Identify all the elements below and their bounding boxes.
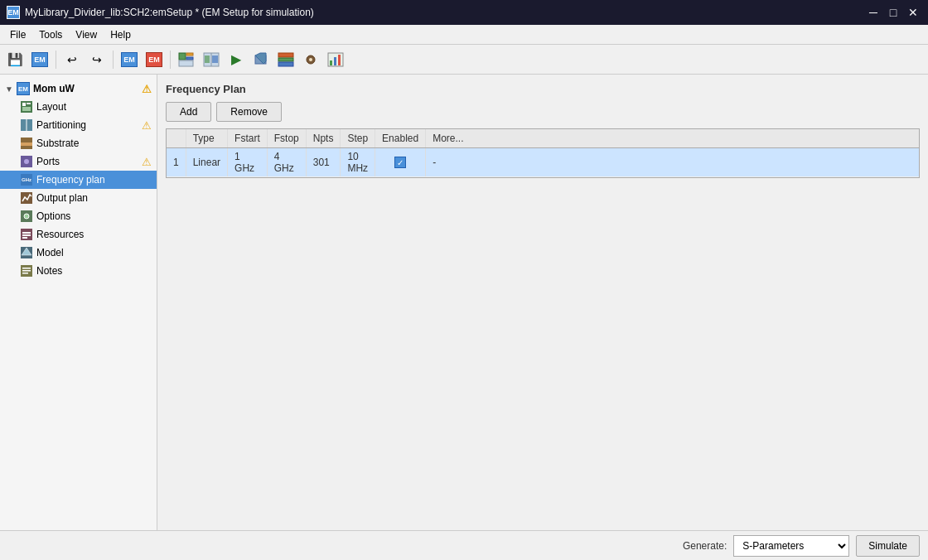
layout-label: Layout: [36, 101, 66, 113]
generate-select[interactable]: S-Parameters Y-Parameters Z-Parameters: [733, 535, 849, 557]
layer-icon: [278, 52, 294, 67]
sidebar-item-frequency-plan[interactable]: GHz Frequency plan: [0, 171, 157, 189]
em-setup-button[interactable]: EM: [118, 48, 141, 71]
sidebar-item-model[interactable]: Model: [0, 244, 157, 262]
sidebar-item-partitioning[interactable]: Partitioning ⚠: [0, 116, 157, 134]
sidebar-item-options[interactable]: Options: [0, 207, 157, 225]
layout-icon: [178, 52, 195, 67]
add-button[interactable]: Add: [166, 102, 211, 122]
svg-rect-2: [186, 57, 193, 60]
svg-point-14: [309, 58, 312, 61]
partitioning-warning-icon: ⚠: [142, 119, 152, 132]
run-icon: ▶: [231, 51, 241, 67]
row-fstart[interactable]: 1 GHz: [228, 148, 268, 177]
sidebar-item-output-plan[interactable]: Output plan: [0, 189, 157, 207]
frequency-plan-sidebar-icon: GHz: [20, 173, 33, 186]
3d-view-icon: [253, 52, 269, 67]
svg-rect-41: [22, 273, 28, 274]
layout-button[interactable]: [175, 48, 198, 71]
em-sim-icon: EM: [146, 52, 162, 67]
model-sidebar-icon: [20, 246, 33, 259]
bottom-bar: Generate: S-Parameters Y-Parameters Z-Pa…: [0, 530, 928, 560]
redo-button[interactable]: ↪: [85, 48, 109, 71]
col-header-fstop[interactable]: Fstop: [267, 129, 306, 148]
options-sidebar-icon: [20, 210, 33, 223]
col-header-enabled[interactable]: Enabled: [375, 129, 426, 148]
substrate-sidebar-icon: [20, 137, 33, 150]
svg-rect-16: [330, 60, 332, 65]
row-npts[interactable]: 301: [306, 148, 341, 177]
sidebar-item-resources[interactable]: Resources: [0, 225, 157, 244]
table-row[interactable]: 1 Linear 1 GHz 4 GHz 301 10 MHz ✓ -: [167, 148, 919, 177]
frequency-plan-table-container: Type Fstart Fstop Npts Step Enabled More…: [166, 128, 920, 178]
run-button[interactable]: ▶: [225, 48, 248, 71]
window-controls: ─ □ ✕: [865, 4, 921, 21]
undo-button[interactable]: ↩: [60, 48, 84, 71]
sidebar-group-header[interactable]: ▼ EM Mom uW ⚠: [0, 80, 157, 98]
model-label: Model: [36, 247, 64, 258]
em-blue-icon: EM: [31, 52, 48, 67]
partition-button[interactable]: [200, 48, 223, 71]
group-warning-icon: ⚠: [142, 83, 152, 95]
save-button[interactable]: 💾: [3, 48, 27, 71]
app-icon: EM: [7, 6, 20, 19]
sidebar-item-substrate[interactable]: Substrate: [0, 134, 157, 152]
svg-rect-7: [212, 56, 218, 63]
svg-rect-0: [179, 53, 186, 60]
layout-sidebar-icon: [20, 100, 33, 113]
partition-icon: [203, 52, 220, 67]
svg-rect-10: [278, 53, 293, 57]
svg-rect-20: [22, 103, 26, 106]
col-header-num: [167, 129, 186, 148]
section-title: Frequency Plan: [166, 83, 920, 95]
sidebar-group-label: Mom uW: [33, 83, 75, 94]
notes-sidebar-icon: [20, 264, 33, 278]
col-header-npts[interactable]: Npts: [306, 129, 341, 148]
undo-icon: ↩: [67, 53, 77, 66]
ports-label: Ports: [36, 156, 60, 167]
menu-tools[interactable]: Tools: [32, 27, 69, 42]
svg-rect-34: [22, 234, 31, 236]
sidebar-item-ports[interactable]: Ports ⚠: [0, 152, 157, 171]
row-fstop[interactable]: 4 GHz: [267, 148, 306, 177]
toolbar-sep-3: [170, 51, 171, 69]
menu-file[interactable]: File: [3, 27, 32, 42]
em-icon-button[interactable]: EM: [28, 48, 51, 71]
output-plan-label: Output plan: [36, 192, 88, 204]
svg-rect-21: [27, 103, 31, 104]
toolbar: 💾 EM ↩ ↪ EM EM ▶: [0, 45, 928, 75]
row-enabled[interactable]: ✓: [375, 148, 426, 177]
ports-sidebar-icon: [20, 155, 33, 168]
row-more: -: [426, 148, 919, 177]
chart-button[interactable]: [324, 48, 347, 71]
col-header-type[interactable]: Type: [186, 129, 227, 148]
svg-rect-12: [278, 62, 293, 66]
row-step[interactable]: 10 MHz: [341, 148, 375, 177]
svg-rect-17: [334, 57, 336, 65]
remove-button[interactable]: Remove: [216, 102, 282, 122]
sidebar-item-notes[interactable]: Notes: [0, 262, 157, 280]
simulate-button[interactable]: Simulate: [856, 535, 920, 557]
title-bar: EM MyLibrary_Divider_lib:SCH2:emSetup * …: [0, 0, 928, 25]
substrate-label: Substrate: [36, 138, 79, 149]
main-area: ▼ EM Mom uW ⚠ Layout Partitioning ⚠: [0, 75, 928, 530]
layer-button[interactable]: [274, 48, 297, 71]
resources-label: Resources: [36, 229, 84, 240]
em-sim-button[interactable]: EM: [143, 48, 166, 71]
menu-view[interactable]: View: [69, 27, 104, 42]
col-header-step[interactable]: Step: [341, 129, 375, 148]
close-button[interactable]: ✕: [905, 4, 921, 21]
enabled-checkbox[interactable]: ✓: [394, 157, 406, 168]
svg-rect-18: [338, 55, 341, 65]
settings-button[interactable]: [299, 48, 322, 71]
3d-view-button[interactable]: [249, 48, 273, 71]
col-header-fstart[interactable]: Fstart: [228, 129, 268, 148]
minimize-button[interactable]: ─: [865, 4, 882, 21]
maximize-button[interactable]: □: [885, 4, 901, 21]
settings-icon: [302, 52, 319, 67]
row-type[interactable]: Linear: [186, 148, 227, 177]
svg-rect-1: [186, 53, 193, 56]
menu-help[interactable]: Help: [104, 27, 138, 42]
sidebar-item-layout[interactable]: Layout: [0, 98, 157, 116]
col-header-more[interactable]: More...: [426, 129, 919, 148]
